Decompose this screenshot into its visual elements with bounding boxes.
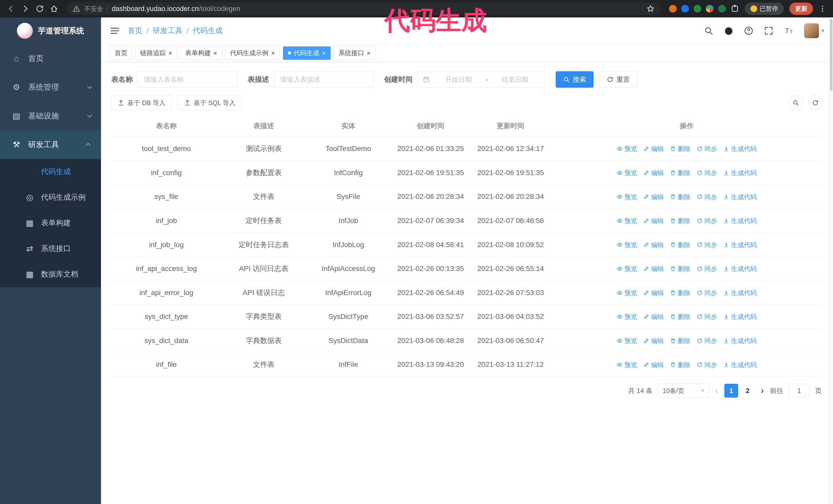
sidebar-item-infra[interactable]: ▤基础设施 bbox=[0, 101, 101, 130]
action-download[interactable]: 生成代码 bbox=[723, 144, 757, 153]
action-trash[interactable]: 删除 bbox=[670, 288, 690, 297]
action-sync[interactable]: 同步 bbox=[697, 336, 717, 345]
action-edit[interactable]: 编辑 bbox=[643, 240, 664, 249]
hamburger-icon[interactable] bbox=[110, 26, 120, 36]
breadcrumb-home[interactable]: 首页 bbox=[128, 26, 143, 36]
address-bar[interactable]: 不安全 dashboard.yudao.iocoder.cn/tool/code… bbox=[67, 2, 661, 15]
action-download[interactable]: 生成代码 bbox=[723, 288, 757, 297]
sidebar-item-db[interactable]: ▩数据库文档 bbox=[0, 262, 101, 287]
action-eye[interactable]: 预览 bbox=[617, 192, 637, 201]
action-edit[interactable]: 编辑 bbox=[643, 216, 664, 225]
bookmark-star-icon[interactable] bbox=[646, 5, 654, 13]
action-sync[interactable]: 同步 bbox=[697, 240, 717, 249]
action-download[interactable]: 生成代码 bbox=[723, 192, 757, 201]
search-button[interactable]: 搜索 bbox=[556, 71, 594, 88]
help-icon[interactable] bbox=[744, 26, 753, 35]
action-trash[interactable]: 删除 bbox=[670, 192, 690, 201]
close-icon[interactable]: × bbox=[213, 50, 217, 56]
action-trash[interactable]: 删除 bbox=[670, 144, 690, 153]
extension-icon[interactable] bbox=[718, 5, 726, 13]
action-eye[interactable]: 预览 bbox=[617, 336, 637, 345]
font-size-icon[interactable]: TT bbox=[784, 26, 793, 35]
action-trash[interactable]: 删除 bbox=[670, 264, 690, 273]
profile-paused-chip[interactable]: 已暂停 bbox=[745, 3, 784, 15]
action-edit[interactable]: 编辑 bbox=[643, 168, 664, 177]
action-edit[interactable]: 编辑 bbox=[643, 264, 664, 273]
breadcrumb-tools[interactable]: 研发工具 bbox=[153, 26, 183, 36]
reload-icon[interactable] bbox=[35, 4, 44, 13]
sidebar-item-form[interactable]: ▦表单构建 bbox=[0, 210, 101, 236]
action-download[interactable]: 生成代码 bbox=[723, 240, 757, 249]
extension-icon[interactable] bbox=[694, 5, 701, 13]
prev-page-icon[interactable]: ‹ bbox=[714, 386, 719, 395]
import-sql-button[interactable]: 基于 SQL 导入 bbox=[177, 95, 242, 110]
import-db-button[interactable]: 基于 DB 导入 bbox=[111, 95, 172, 110]
sidebar-item-code[interactable]: 代码生成 bbox=[0, 159, 101, 185]
page-button-2[interactable]: 2 bbox=[741, 384, 755, 398]
tab[interactable]: 表单构建× bbox=[180, 46, 222, 60]
sidebar-item-api[interactable]: ⇄系统接口 bbox=[0, 236, 101, 262]
puzzle-extensions-icon[interactable] bbox=[731, 4, 739, 13]
action-sync[interactable]: 同步 bbox=[697, 312, 717, 321]
close-icon[interactable]: × bbox=[322, 50, 326, 56]
scrollbar-thumb[interactable] bbox=[830, 19, 832, 91]
tab[interactable]: 代码生成× bbox=[283, 46, 331, 60]
close-icon[interactable]: × bbox=[271, 50, 275, 56]
reset-button[interactable]: 重置 bbox=[599, 71, 637, 88]
user-menu[interactable]: ▾ bbox=[804, 23, 824, 38]
action-download[interactable]: 生成代码 bbox=[723, 216, 757, 225]
action-eye[interactable]: 预览 bbox=[617, 264, 637, 273]
action-trash[interactable]: 删除 bbox=[670, 360, 690, 369]
action-download[interactable]: 生成代码 bbox=[723, 264, 757, 273]
tab[interactable]: 系统接口× bbox=[334, 46, 376, 60]
action-edit[interactable]: 编辑 bbox=[643, 312, 664, 321]
forward-icon[interactable] bbox=[21, 4, 30, 13]
toggle-search-button[interactable] bbox=[788, 95, 803, 110]
action-trash[interactable]: 删除 bbox=[670, 168, 690, 177]
goto-input[interactable] bbox=[788, 384, 810, 398]
action-download[interactable]: 生成代码 bbox=[723, 168, 757, 177]
action-sync[interactable]: 同步 bbox=[697, 216, 717, 225]
action-eye[interactable]: 预览 bbox=[617, 168, 637, 177]
action-eye[interactable]: 预览 bbox=[617, 288, 637, 297]
page-size-select[interactable]: 10条/页 ▾ bbox=[658, 384, 709, 398]
date-range-picker[interactable]: 开始日期 - 结束日期 bbox=[417, 71, 545, 88]
action-eye[interactable]: 预览 bbox=[617, 240, 637, 249]
action-sync[interactable]: 同步 bbox=[697, 360, 717, 369]
action-edit[interactable]: 编辑 bbox=[643, 288, 664, 297]
action-sync[interactable]: 同步 bbox=[697, 168, 717, 177]
action-eye[interactable]: 预览 bbox=[617, 360, 637, 369]
action-edit[interactable]: 编辑 bbox=[643, 336, 664, 345]
sidebar-item-tools[interactable]: ⚒研发工具 bbox=[0, 130, 101, 159]
action-download[interactable]: 生成代码 bbox=[723, 360, 757, 369]
sidebar-item-gear[interactable]: ⚙系统管理 bbox=[0, 73, 101, 101]
action-edit[interactable]: 编辑 bbox=[643, 144, 664, 153]
close-icon[interactable]: × bbox=[168, 50, 172, 56]
search-icon[interactable] bbox=[704, 26, 713, 35]
tab[interactable]: 代码生成示例× bbox=[225, 46, 280, 60]
page-button-1[interactable]: 1 bbox=[724, 384, 738, 398]
fullscreen-icon[interactable] bbox=[764, 26, 773, 35]
github-icon[interactable] bbox=[724, 26, 733, 35]
action-sync[interactable]: 同步 bbox=[697, 288, 717, 297]
tab[interactable]: 链路追踪× bbox=[135, 46, 177, 60]
tab[interactable]: 首页 bbox=[110, 46, 132, 60]
action-download[interactable]: 生成代码 bbox=[723, 336, 757, 345]
sidebar-item-example[interactable]: ◎代码生成示例 bbox=[0, 185, 101, 210]
refresh-table-button[interactable] bbox=[808, 95, 823, 110]
action-trash[interactable]: 删除 bbox=[670, 336, 690, 345]
extension-icon[interactable] bbox=[681, 5, 689, 13]
action-sync[interactable]: 同步 bbox=[697, 264, 717, 273]
home-icon[interactable] bbox=[50, 4, 58, 13]
action-eye[interactable]: 预览 bbox=[617, 312, 637, 321]
table-name-input[interactable] bbox=[137, 71, 237, 88]
close-icon[interactable]: × bbox=[367, 50, 371, 56]
action-edit[interactable]: 编辑 bbox=[643, 192, 664, 201]
kebab-menu-icon[interactable] bbox=[819, 5, 826, 13]
back-icon[interactable] bbox=[7, 4, 15, 13]
next-page-icon[interactable]: › bbox=[760, 386, 765, 395]
app-logo[interactable]: 芋道管理系统 bbox=[0, 18, 101, 44]
action-sync[interactable]: 同步 bbox=[697, 192, 717, 201]
action-trash[interactable]: 删除 bbox=[670, 216, 690, 225]
table-desc-input[interactable] bbox=[274, 71, 374, 88]
